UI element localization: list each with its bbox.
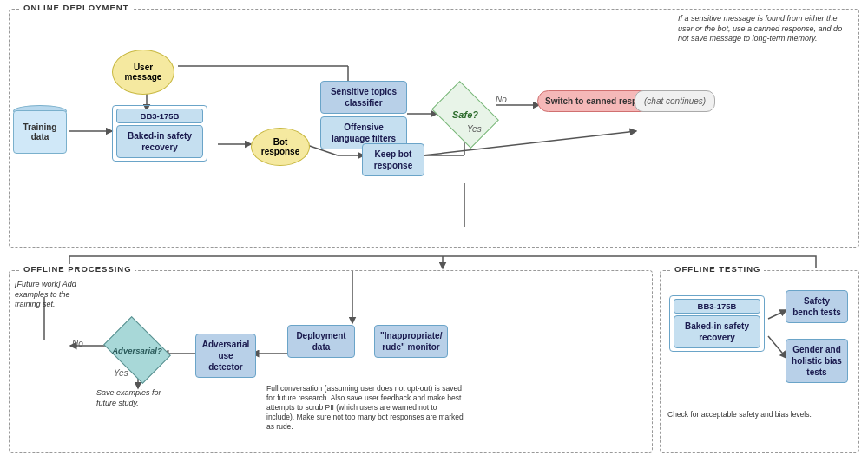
bb3-offline-group: BB3-175B Baked-in safety recovery [669, 295, 765, 352]
save-examples-note: Save examples for future study. [96, 388, 174, 408]
chat-continues-node: (chat continues) [635, 90, 715, 112]
bb3-online-group: BB3-175B Baked-in safety recovery [112, 105, 207, 162]
online-deployment-box: ONLINE DEPLOYMENT If a sensitive message… [9, 9, 859, 248]
safety-bench-node: Safety bench tests [786, 290, 848, 323]
no-label-1: No [496, 95, 507, 104]
deployment-data-rect: Deployment data [287, 325, 355, 358]
offline-processing-box: OFFLINE PROCESSING [9, 270, 653, 453]
bb3-online-header: BB3-175B [116, 109, 203, 123]
future-work-note: [Future work] Add examples to the traini… [15, 280, 93, 310]
inappropriate-monitor-rect: "Inappropriate/ rude" monitor [374, 325, 448, 358]
gender-holistic-node: Gender and holistic bias tests [786, 339, 848, 383]
training-data-node: Training data [13, 105, 67, 154]
offline-processing-label: OFFLINE PROCESSING [20, 264, 135, 274]
safety-bench-rect: Safety bench tests [786, 290, 848, 323]
svg-line-23 [768, 336, 786, 358]
canned-note: If a sensitive message is found from eit… [678, 14, 852, 44]
bb3-offline-header: BB3-175B [674, 299, 760, 314]
adversarial-diamond-node: Adversarial? [107, 328, 168, 372]
check-acceptable-note: Check for acceptable safety and bias lev… [667, 410, 812, 420]
bb3-offline-inner: BB3-175B Baked-in safety recovery [669, 295, 765, 352]
adversarial-detector-node: Adversarial use detector [195, 334, 256, 378]
deployment-note: Full conversation (assuming user does no… [266, 384, 464, 432]
main-container: ONLINE DEPLOYMENT If a sensitive message… [9, 9, 859, 453]
user-message-bubble: User message [112, 50, 174, 95]
svg-line-22 [768, 310, 786, 319]
offline-testing-box: OFFLINE TESTING BB3-175B Baked-in safety… [660, 270, 859, 453]
deployment-data-node: Deployment data [287, 325, 355, 358]
chat-continues-rect: (chat continues) [635, 90, 715, 112]
safe-diamond-node: Safe? [435, 93, 496, 136]
classifiers-group: Sensitive topics classifier Offensive la… [320, 81, 407, 149]
bot-response-bubble: Bot response [251, 128, 310, 166]
online-label: ONLINE DEPLOYMENT [20, 3, 133, 12]
keep-bot-node: Keep bot response [362, 143, 424, 176]
yes-label-1: Yes [467, 124, 482, 134]
bot-response-node: Bot response [251, 128, 310, 166]
adversarial-detector-rect: Adversarial use detector [195, 334, 256, 378]
bottom-row: OFFLINE PROCESSING [9, 270, 859, 453]
sensitive-topics-node: Sensitive topics classifier [320, 81, 407, 114]
baked-in-offline-rect: Baked-in safety recovery [674, 315, 760, 348]
gender-holistic-rect: Gender and holistic bias tests [786, 339, 848, 383]
user-message-node: User message [112, 50, 174, 95]
no-label-2: No [72, 339, 83, 348]
yes-label-2: Yes [114, 368, 128, 378]
inappropriate-monitor-node: "Inappropriate/ rude" monitor [374, 325, 448, 358]
baked-in-online: Baked-in safety recovery [116, 125, 203, 158]
offline-testing-label: OFFLINE TESTING [671, 264, 764, 274]
keep-bot-rect: Keep bot response [362, 143, 424, 176]
